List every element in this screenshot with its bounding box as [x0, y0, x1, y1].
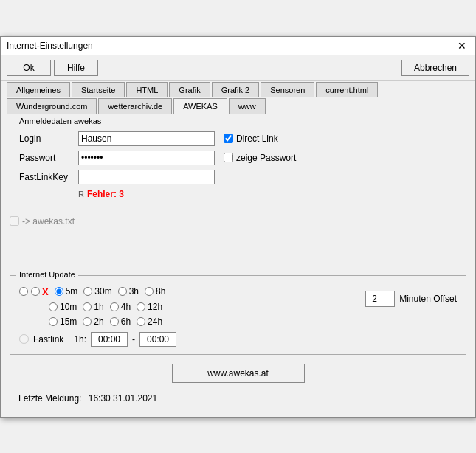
- close-button[interactable]: ✕: [455, 40, 469, 52]
- update-left: X 5m 30m 3h: [19, 282, 365, 347]
- radio-off[interactable]: [19, 287, 28, 296]
- status-row: Letzte Meldung: 16:30 31.01.2021: [10, 390, 466, 409]
- radio-3h[interactable]: [118, 287, 127, 296]
- radio-30m[interactable]: [83, 287, 92, 296]
- radio-2h[interactable]: [83, 317, 92, 326]
- main-window: Internet-Einstellungen ✕ Ok Hilfe Abbrec…: [0, 36, 476, 418]
- radio-fastlink[interactable]: [19, 334, 29, 344]
- zeige-passwort-area: zeige Passwort: [224, 153, 296, 163]
- tabs-row1: Allgemeines Startseite HTML Grafik Grafi…: [1, 81, 475, 97]
- radio-1h[interactable]: [83, 302, 92, 311]
- fastlinkkey-row: FastLinkKey: [19, 170, 457, 184]
- spacer: [10, 231, 466, 275]
- awekas-txt-checkbox[interactable]: [10, 216, 19, 226]
- login-label: Login: [19, 134, 78, 144]
- passwort-row: Passwort zeige Passwort: [19, 151, 457, 165]
- offset-area: Minuten Offset: [365, 291, 457, 307]
- awekas-txt-label: -> awekas.txt: [22, 216, 75, 226]
- error-row: R Fehler: 3: [19, 189, 457, 199]
- passwort-label: Passwort: [19, 153, 78, 163]
- hilfe-button[interactable]: Hilfe: [54, 60, 98, 76]
- fastlinkkey-input[interactable]: [78, 170, 215, 184]
- status-value: 16:30 31.01.2021: [89, 393, 157, 404]
- radio-10m[interactable]: [49, 302, 58, 311]
- radio-x[interactable]: [31, 287, 40, 296]
- login-row: Login Direct Link: [19, 131, 457, 146]
- tab-grafik2[interactable]: Grafik 2: [212, 82, 260, 97]
- awekas-link-button[interactable]: www.awekas.at: [172, 364, 305, 383]
- radio-12h[interactable]: [137, 302, 145, 311]
- passwort-input[interactable]: [78, 151, 215, 165]
- status-label: Letzte Meldung:: [18, 393, 81, 404]
- update-section: X 5m 30m 3h: [19, 282, 457, 347]
- fastlink-row: Fastlink 1h: -: [19, 332, 365, 347]
- tab-html[interactable]: HTML: [126, 82, 168, 97]
- tab-awekas[interactable]: AWEKAS: [173, 98, 227, 114]
- anmeldedaten-title: Anmeldedaten awekas: [16, 117, 104, 125]
- ok-button[interactable]: Ok: [7, 60, 51, 76]
- tab-grafik[interactable]: Grafik: [169, 82, 210, 97]
- tab-sensoren[interactable]: Sensoren: [261, 82, 314, 97]
- radio-24h[interactable]: [137, 317, 145, 326]
- anmeldedaten-group: Anmeldedaten awekas Login Direct Link Pa…: [10, 122, 466, 207]
- radio-4h[interactable]: [110, 302, 119, 311]
- content-area: Anmeldedaten awekas Login Direct Link Pa…: [1, 114, 475, 417]
- radio-8h[interactable]: [145, 287, 154, 296]
- error-text: Fehler: 3: [87, 189, 124, 199]
- tab-allgemeines[interactable]: Allgemeines: [7, 82, 70, 97]
- toolbar: Ok Hilfe Abbrechen: [1, 55, 475, 81]
- awekas-txt-row: -> awekas.txt: [10, 216, 466, 226]
- login-input[interactable]: [78, 131, 215, 146]
- radio-6h[interactable]: [110, 317, 119, 326]
- fastlink-label: Fastlink: [33, 334, 63, 345]
- tab-www[interactable]: www: [229, 98, 266, 114]
- title-bar: Internet-Einstellungen ✕: [1, 37, 475, 55]
- x-icon: X: [42, 286, 49, 297]
- window-title: Internet-Einstellungen: [7, 41, 93, 51]
- internet-update-title: Internet Update: [16, 270, 78, 279]
- direct-link-area: Direct Link: [224, 134, 278, 144]
- error-r-label: R: [78, 190, 84, 198]
- tab-wunderground[interactable]: Wunderground.com: [7, 98, 97, 114]
- fastlinkkey-label: FastLinkKey: [19, 172, 78, 182]
- one-h-label: 1h:: [74, 334, 86, 345]
- direct-link-checkbox[interactable]: [224, 134, 233, 143]
- time-from-input[interactable]: [91, 332, 128, 347]
- abbrechen-button[interactable]: Abbrechen: [401, 60, 469, 76]
- offset-input[interactable]: [365, 291, 395, 307]
- time-separator: -: [132, 334, 135, 345]
- internet-update-group: Internet Update X 5m: [10, 275, 466, 355]
- tab-startseite[interactable]: Startseite: [72, 82, 125, 97]
- zeige-passwort-checkbox[interactable]: [224, 153, 233, 162]
- radio-5m[interactable]: [55, 287, 63, 296]
- tab-wetterarchiv[interactable]: wetterarchiv.de: [98, 98, 172, 114]
- direct-link-label[interactable]: Direct Link: [224, 134, 278, 144]
- time-to-input[interactable]: [139, 332, 176, 347]
- tabs-row2: Wunderground.com wetterarchiv.de AWEKAS …: [1, 97, 475, 114]
- radio-15m[interactable]: [49, 317, 58, 326]
- minuten-offset-label: Minuten Offset: [399, 294, 457, 304]
- zeige-passwort-label[interactable]: zeige Passwort: [224, 153, 296, 163]
- tab-currenthtml[interactable]: current.html: [316, 82, 378, 97]
